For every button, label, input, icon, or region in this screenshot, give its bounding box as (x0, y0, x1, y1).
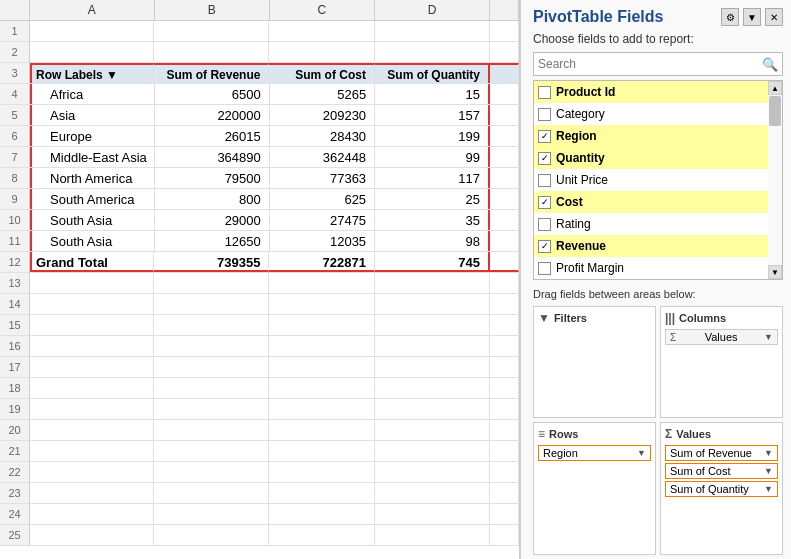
table-cell[interactable] (490, 378, 519, 398)
table-cell[interactable] (154, 462, 269, 482)
table-row[interactable]: 9South America80062525 (0, 189, 519, 210)
list-item[interactable]: Product Id (534, 81, 782, 103)
table-cell[interactable] (30, 336, 154, 356)
table-cell[interactable] (490, 84, 519, 104)
table-cell[interactable] (269, 273, 375, 293)
list-item[interactable]: Category (534, 103, 782, 125)
field-checkbox[interactable] (538, 152, 551, 165)
table-cell[interactable] (269, 378, 375, 398)
table-cell[interactable] (375, 273, 490, 293)
field-checkbox[interactable] (538, 218, 551, 231)
table-row[interactable]: 6Europe2601528430199 (0, 126, 519, 147)
table-cell[interactable] (154, 357, 269, 377)
table-cell[interactable] (490, 462, 519, 482)
table-cell[interactable]: 35 (375, 210, 490, 230)
table-cell[interactable]: South America (30, 189, 155, 209)
table-cell[interactable] (490, 315, 519, 335)
col-header-a[interactable]: A (30, 0, 155, 20)
table-cell[interactable] (490, 168, 519, 188)
field-checkbox[interactable] (538, 86, 551, 99)
table-row[interactable]: 8North America7950077363117 (0, 168, 519, 189)
table-cell[interactable]: 117 (375, 168, 490, 188)
table-cell[interactable] (490, 420, 519, 440)
col-header-c[interactable]: C (270, 0, 375, 20)
table-cell[interactable]: 15 (375, 84, 490, 104)
table-cell[interactable] (30, 420, 154, 440)
table-cell[interactable] (490, 231, 519, 251)
table-cell[interactable] (30, 273, 154, 293)
scroll-up-button[interactable]: ▲ (768, 81, 782, 95)
table-cell[interactable] (154, 399, 269, 419)
table-cell[interactable] (490, 336, 519, 356)
close-button[interactable]: ✕ (765, 8, 783, 26)
table-row[interactable]: 21 (0, 441, 519, 462)
table-cell[interactable] (490, 126, 519, 146)
table-row[interactable]: 22 (0, 462, 519, 483)
table-cell[interactable] (30, 357, 154, 377)
table-cell[interactable] (490, 147, 519, 167)
table-cell[interactable]: 364890 (155, 147, 270, 167)
table-cell[interactable] (30, 21, 154, 41)
table-cell[interactable]: 209230 (270, 105, 375, 125)
table-cell[interactable] (490, 210, 519, 230)
table-cell[interactable]: 79500 (155, 168, 270, 188)
field-checkbox[interactable] (538, 108, 551, 121)
table-cell[interactable]: Sum of Quantity (375, 63, 490, 83)
table-row[interactable]: 10South Asia290002747535 (0, 210, 519, 231)
table-cell[interactable]: Europe (30, 126, 155, 146)
table-row[interactable]: 12Grand Total739355722871745 (0, 252, 519, 273)
list-item[interactable]: Region (534, 125, 782, 147)
table-cell[interactable] (375, 336, 490, 356)
table-cell[interactable] (30, 483, 154, 503)
table-cell[interactable] (154, 441, 269, 461)
list-item[interactable]: Profit Margin (534, 257, 782, 279)
table-cell[interactable] (490, 189, 519, 209)
table-cell[interactable]: 99 (375, 147, 490, 167)
table-cell[interactable]: 220000 (155, 105, 270, 125)
col-header-d[interactable]: D (375, 0, 490, 20)
field-checkbox[interactable] (538, 130, 551, 143)
table-cell[interactable] (30, 441, 154, 461)
table-cell[interactable] (30, 399, 154, 419)
dropdown-button[interactable]: ▼ (743, 8, 761, 26)
table-cell[interactable] (154, 525, 269, 545)
table-cell[interactable] (490, 63, 519, 83)
list-item[interactable]: Rating (534, 213, 782, 235)
table-cell[interactable]: 722871 (269, 252, 374, 272)
list-item[interactable]: Cost (534, 191, 782, 213)
field-checkbox[interactable] (538, 196, 551, 209)
table-cell[interactable] (269, 504, 375, 524)
table-cell[interactable]: Middle-East Asia (30, 147, 155, 167)
table-cell[interactable] (154, 42, 269, 62)
table-cell[interactable]: 745 (375, 252, 490, 272)
table-cell[interactable] (269, 525, 375, 545)
table-cell[interactable] (154, 294, 269, 314)
list-item[interactable]: Unit Price (534, 169, 782, 191)
table-row[interactable]: 14 (0, 294, 519, 315)
rows-region-item[interactable]: Region ▼ (538, 445, 651, 461)
table-cell[interactable] (375, 357, 490, 377)
table-cell[interactable] (375, 315, 490, 335)
table-cell[interactable] (490, 441, 519, 461)
scroll-down-button[interactable]: ▼ (768, 265, 782, 279)
table-cell[interactable] (269, 315, 375, 335)
table-cell[interactable] (375, 378, 490, 398)
table-cell[interactable] (154, 504, 269, 524)
table-cell[interactable]: South Asia (30, 210, 155, 230)
table-cell[interactable]: Sum of Cost (269, 63, 374, 83)
table-cell[interactable]: Row Labels ▼ (30, 63, 154, 83)
values-cost-item[interactable]: Sum of Cost ▼ (665, 463, 778, 479)
table-cell[interactable] (154, 315, 269, 335)
table-cell[interactable]: 98 (375, 231, 490, 251)
table-cell[interactable] (269, 336, 375, 356)
table-row[interactable]: 2 (0, 42, 519, 63)
table-cell[interactable] (269, 420, 375, 440)
field-checkbox[interactable] (538, 240, 551, 253)
field-checkbox[interactable] (538, 174, 551, 187)
table-cell[interactable] (154, 420, 269, 440)
table-row[interactable]: 5Asia220000209230157 (0, 105, 519, 126)
table-cell[interactable]: 27475 (270, 210, 375, 230)
table-cell[interactable] (375, 483, 490, 503)
table-cell[interactable] (154, 336, 269, 356)
table-cell[interactable] (375, 525, 490, 545)
